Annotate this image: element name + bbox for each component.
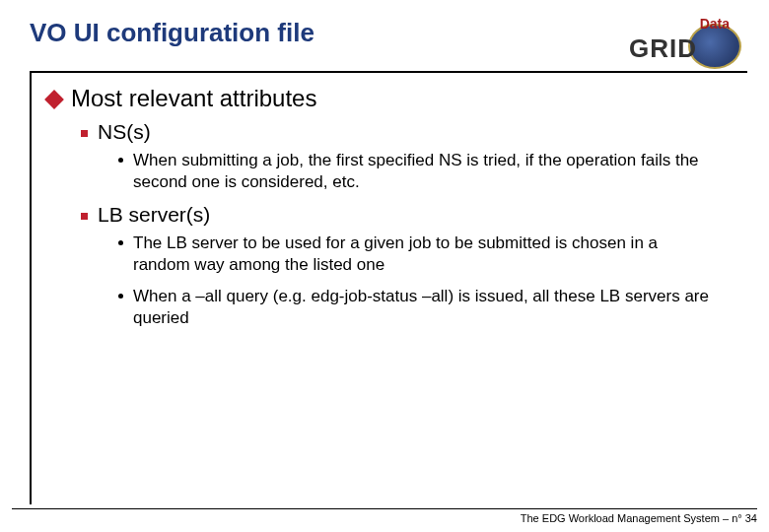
footer-text: The EDG Workload Management System – n°	[521, 512, 742, 524]
square-bullet-icon	[81, 213, 88, 220]
dot-bullet-icon	[118, 240, 123, 245]
level1-text: Most relevant attributes	[71, 85, 316, 112]
level3-text: When submitting a job, the first specifi…	[133, 150, 712, 193]
level1-item: Most relevant attributes	[47, 85, 739, 112]
title-row: VO UI configuration file Data GRID	[0, 0, 769, 71]
level2-text: LB server(s)	[98, 203, 210, 227]
slide-title: VO UI configuration file	[30, 18, 315, 48]
level3-item: The LB server to be used for a given job…	[118, 233, 712, 276]
footer: The EDG Workload Management System – n° …	[12, 508, 757, 524]
diamond-bullet-icon	[44, 90, 64, 109]
level2-item: LB server(s)	[81, 203, 739, 227]
level2-item: NS(s)	[81, 120, 739, 144]
level3-item: When a –all query (e.g. edg-job-status –…	[118, 286, 712, 329]
dot-bullet-icon	[118, 158, 123, 163]
content-area: Most relevant attributes NS(s) When subm…	[0, 73, 769, 330]
logo-grid-text: GRID	[629, 33, 697, 64]
level2-text: NS(s)	[98, 120, 151, 144]
slide: VO UI configuration file Data GRID Most …	[0, 0, 769, 532]
level3-text: When a –all query (e.g. edg-job-status –…	[133, 286, 712, 329]
dot-bullet-icon	[118, 294, 123, 299]
level3-item: When submitting a job, the first specifi…	[118, 150, 712, 193]
square-bullet-icon	[81, 130, 88, 137]
level3-text: The LB server to be used for a given job…	[133, 233, 712, 276]
datagrid-logo: Data GRID	[629, 18, 747, 67]
vertical-rule	[30, 71, 32, 504]
page-number: 34	[745, 512, 757, 524]
logo-data-text: Data	[700, 16, 730, 32]
